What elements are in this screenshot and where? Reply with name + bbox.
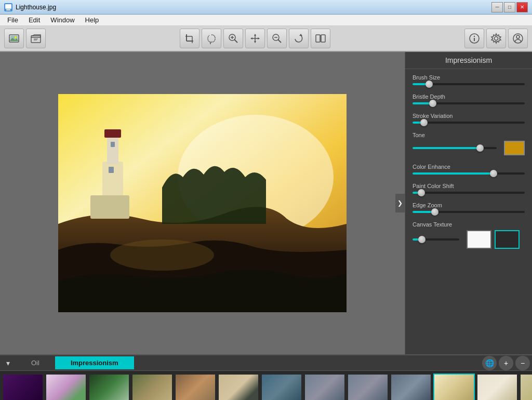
open-image-btn[interactable] (4, 29, 24, 48)
settings-btn[interactable] (486, 29, 506, 48)
app-icon (4, 3, 12, 11)
svg-rect-44 (109, 167, 114, 173)
svg-point-34 (474, 36, 475, 37)
brush-size-track[interactable] (413, 83, 525, 85)
menu-file[interactable]: File (2, 15, 23, 25)
svg-marker-21 (254, 34, 256, 36)
bottom-bar: ▾ Oil Impressionism 🌐 + − Impressionism0… (0, 354, 532, 400)
list-item[interactable]: Impressionism07 (304, 374, 345, 400)
stroke-variation-container (413, 122, 525, 124)
edge-zoom-label: Edge Zoom (413, 202, 525, 208)
window-controls: ─ □ ✕ (491, 2, 528, 12)
list-item[interactable]: Impressionism05 (218, 374, 259, 400)
tone-color-swatch[interactable] (504, 141, 525, 155)
compare-btn[interactable] (311, 29, 330, 48)
bristle-depth-group: Bristle Depth (405, 88, 532, 108)
canvas-texture-track[interactable] (413, 238, 459, 241)
brush-size-container (413, 83, 525, 85)
menu-help[interactable]: Help (80, 15, 104, 25)
color-enhance-label: Color Enhance (413, 164, 525, 170)
zoom-out-btn[interactable] (267, 29, 287, 48)
paint-color-shift-track[interactable] (413, 192, 525, 194)
svg-rect-43 (111, 142, 115, 147)
svg-marker-24 (258, 37, 260, 39)
list-item[interactable]: Impressionism03 (175, 374, 216, 400)
list-item[interactable]: Impressionism06 (261, 374, 302, 400)
maximize-btn[interactable]: □ (504, 2, 515, 12)
svg-line-26 (278, 39, 281, 43)
add-action-btn[interactable]: + (499, 356, 513, 370)
svg-point-46 (110, 239, 214, 271)
rotate-btn[interactable] (289, 29, 309, 48)
paint-color-shift-label: Paint Color Shift (413, 183, 525, 189)
list-item[interactable]: Impressionism09 (390, 374, 432, 400)
filmstrip: Impressionism07 Expressionism01 Impressi… (0, 371, 532, 400)
toolbar (0, 26, 532, 52)
list-item[interactable]: Tone 01 (433, 374, 475, 400)
canvas-texture-label: Canvas Texture (413, 221, 525, 228)
stroke-variation-group: Stroke Variation (405, 108, 532, 127)
texture-swatch-dark[interactable] (495, 230, 520, 249)
window-title: Lighthouse.jpg (16, 4, 56, 11)
list-item[interactable]: Expressionism01 (45, 374, 87, 400)
list-item[interactable]: Impressionism07 (2, 374, 44, 400)
bristle-depth-track[interactable] (413, 102, 525, 104)
remove-action-btn[interactable]: − (515, 356, 530, 370)
minimize-btn[interactable]: ─ (491, 2, 503, 12)
menu-edit[interactable]: Edit (23, 15, 45, 25)
move-btn[interactable] (245, 29, 265, 48)
right-panel: Impressionism Brush Size Bristle Depth (405, 52, 532, 354)
zoom-in-btn[interactable] (223, 29, 243, 48)
open-file-btn[interactable] (26, 29, 46, 48)
svg-rect-1 (5, 4, 11, 9)
color-enhance-track[interactable] (413, 172, 525, 175)
info-btn[interactable] (464, 29, 484, 48)
share-btn[interactable] (508, 29, 528, 48)
impressionism-tab[interactable]: Impressionism (55, 356, 134, 369)
crop-btn[interactable] (180, 29, 200, 48)
panel-collapse-btn[interactable]: ❯ (395, 194, 405, 212)
menubar: File Edit Window Help (0, 15, 532, 26)
svg-rect-2 (6, 9, 10, 10)
svg-point-5 (15, 36, 17, 38)
list-item[interactable]: Impressionism01 (88, 374, 130, 400)
color-enhance-group: Color Enhance (405, 158, 532, 178)
svg-point-35 (495, 37, 498, 41)
stroke-variation-label: Stroke Variation (413, 113, 525, 119)
edge-zoom-container (413, 211, 525, 213)
tone-label: Tone (413, 132, 525, 138)
paint-color-shift-container (413, 192, 525, 194)
tone-group: Tone (405, 127, 532, 158)
list-item[interactable]: Impressionism02 (131, 374, 173, 400)
panel-title: Impressionism (405, 52, 532, 69)
list-item[interactable]: Tone 02 (476, 374, 518, 400)
tone-track[interactable] (413, 147, 497, 149)
image-canvas (58, 94, 347, 312)
svg-rect-42 (104, 129, 121, 138)
svg-point-37 (516, 35, 520, 38)
edge-zoom-group: Edge Zoom (405, 197, 532, 216)
svg-line-16 (234, 39, 237, 43)
stroke-variation-track[interactable] (413, 122, 525, 124)
close-btn[interactable]: ✕ (516, 2, 528, 12)
main-area: ❯ Impressionism Brush Size Bristle Depth (0, 52, 532, 354)
list-item[interactable]: Tone 03 (520, 374, 532, 400)
filter-tabs: ▾ Oil Impressionism 🌐 + − (0, 355, 532, 371)
edge-zoom-track[interactable] (413, 211, 525, 213)
menu-window[interactable]: Window (45, 15, 79, 25)
titlebar: Lighthouse.jpg ─ □ ✕ (0, 0, 532, 15)
tone-container (413, 141, 525, 155)
paint-color-shift-group: Paint Color Shift (405, 178, 532, 197)
canvas-texture-group: Canvas Texture (405, 216, 532, 252)
texture-swatch-white[interactable] (467, 230, 491, 249)
oil-tab[interactable]: Oil (16, 356, 55, 369)
brush-size-group: Brush Size (405, 69, 532, 88)
filter-dropdown-btn[interactable]: ▾ (0, 355, 16, 371)
lasso-btn[interactable] (202, 29, 221, 48)
globe-action-btn[interactable]: 🌐 (482, 356, 497, 370)
svg-rect-45 (90, 195, 129, 219)
canvas-texture-container (413, 230, 525, 249)
svg-marker-28 (299, 34, 302, 36)
svg-rect-29 (316, 35, 320, 42)
list-item[interactable]: Impressionism08 (347, 374, 389, 400)
